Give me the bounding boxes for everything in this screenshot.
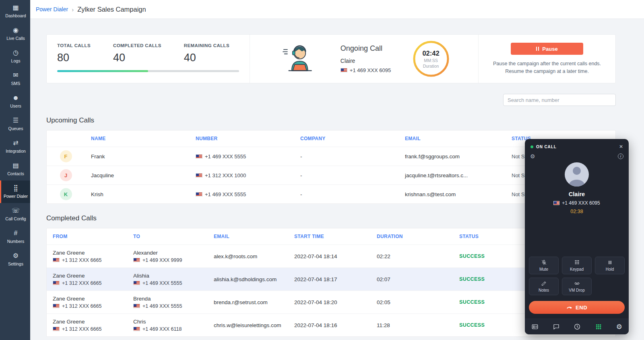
- sidebar-item-live-calls[interactable]: ◉ Live Calls: [0, 23, 30, 45]
- to-number: +1 469 XXX 5555: [142, 303, 182, 309]
- header-name: NAME: [85, 136, 190, 141]
- history-clock-icon[interactable]: [574, 323, 581, 330]
- users-icon: ☻: [12, 95, 19, 101]
- settings-icon: ⚙: [13, 253, 19, 259]
- vm-drop-label: VM Drop: [569, 288, 584, 292]
- sidebar-item-integration[interactable]: ⇄ Integration: [0, 135, 30, 158]
- dashboard-icon: ▦: [12, 4, 19, 11]
- header-number: NUMBER: [190, 136, 294, 141]
- sidebar-item-label: Settings: [8, 261, 23, 266]
- page-title: Zylker Sales Campaign: [77, 6, 146, 13]
- upcoming-calls-title: Upcoming Calls: [46, 116, 616, 124]
- sidebar-item-label: Dashboard: [5, 13, 26, 18]
- stat-label: TOTAL CALLS: [57, 43, 91, 48]
- pause-button[interactable]: Pause: [511, 43, 583, 55]
- sidebar: ▦ Dashboard ◉ Live Calls ◷ Logs ✉ SMS ☻ …: [0, 0, 30, 340]
- notes-label: Notes: [539, 288, 549, 292]
- end-call-label: END: [576, 305, 587, 311]
- us-flag-icon: [53, 281, 60, 285]
- stat-value: 80: [57, 52, 91, 64]
- stat-value: 40: [113, 52, 161, 64]
- call-start-time: 2022-07-04 18:14: [288, 253, 371, 259]
- call-duration-ring: 02:42 MM:SS Duration: [413, 40, 450, 77]
- hold-label: Hold: [606, 267, 614, 272]
- stat-label: COMPLETED CALLS: [113, 43, 161, 48]
- apps-grid-icon[interactable]: [595, 323, 602, 330]
- hold-button[interactable]: Hold: [595, 257, 625, 274]
- vm-drop-button[interactable]: VM Drop: [562, 278, 592, 295]
- sidebar-item-label: Power Dialer: [4, 194, 28, 199]
- to-name: Alishia: [133, 273, 208, 279]
- sidebar-item-numbers[interactable]: # Numbers: [0, 226, 30, 248]
- sidebar-item-settings[interactable]: ⚙ Settings: [0, 248, 30, 271]
- sidebar-item-label: Logs: [11, 58, 21, 63]
- notes-button[interactable]: Notes: [529, 278, 559, 295]
- call-config-icon: ☏: [12, 207, 20, 214]
- header-email: EMAIL: [208, 234, 288, 239]
- logs-icon: ◷: [13, 50, 19, 56]
- queues-icon: ☰: [13, 117, 19, 124]
- hold-pause-icon: [607, 259, 613, 265]
- search-input[interactable]: [503, 94, 616, 106]
- breadcrumb-parent-link[interactable]: Power Dialer: [36, 6, 68, 12]
- caller-avatar: [565, 162, 589, 187]
- us-flag-icon: [196, 173, 202, 178]
- sidebar-item-queues[interactable]: ☰ Queues: [0, 113, 30, 135]
- contact-number: +1 312 XXX 1000: [205, 172, 246, 178]
- mic-off-icon: [541, 259, 547, 265]
- from-name: Zane Greene: [53, 273, 127, 279]
- chevron-right-icon: ›: [72, 6, 74, 13]
- header-duration: DURATION: [371, 234, 453, 239]
- agent-illustration: [279, 41, 319, 76]
- contact-name: Krish: [85, 191, 190, 197]
- ongoing-call-number: +1 469 XXX 6095: [350, 67, 391, 73]
- header-to: TO: [127, 234, 208, 239]
- numbers-icon: #: [14, 230, 18, 236]
- integration-icon: ⇄: [13, 140, 18, 146]
- from-number: +1 312 XXX 6665: [62, 257, 101, 263]
- pause-icon: [536, 47, 539, 51]
- keypad-label: Keypad: [570, 267, 584, 272]
- widget-gear-icon[interactable]: ⚙: [616, 323, 622, 330]
- ongoing-call-card: Ongoing Call Claire +1 469 XXX 6095: [250, 35, 479, 83]
- close-icon[interactable]: ✕: [619, 144, 623, 149]
- to-number: +1 469 XXX 9999: [142, 257, 182, 263]
- sidebar-item-users[interactable]: ☻ Users: [0, 90, 30, 113]
- sidebar-item-dashboard[interactable]: ▦ Dashboard: [0, 0, 30, 23]
- on-call-status-dot: [530, 145, 533, 148]
- contact-card-icon[interactable]: [531, 323, 539, 330]
- sidebar-item-power-dialer[interactable]: ⣿ Power Dialer: [0, 180, 30, 203]
- contact-email: jacquline.t@rtsrealtors.c...: [399, 172, 506, 178]
- sidebar-item-contacts[interactable]: ▤ Contacts: [0, 158, 30, 180]
- contact-name: Jacquline: [85, 172, 190, 178]
- us-flag-icon: [553, 201, 559, 205]
- sidebar-item-sms[interactable]: ✉ SMS: [0, 68, 30, 90]
- keypad-button[interactable]: Keypad: [562, 257, 592, 274]
- from-number: +1 312 XXX 6665: [62, 280, 101, 286]
- pause-campaign-card: Pause Pause the campaign after the curre…: [479, 35, 615, 83]
- sidebar-item-label: Integration: [6, 149, 26, 153]
- info-icon[interactable]: [618, 153, 623, 159]
- breadcrumb: Power Dialer › Zylker Sales Campaign: [30, 0, 644, 19]
- mute-label: Mute: [539, 267, 548, 272]
- voicemail-icon: [574, 280, 580, 286]
- call-widget: ON CALL ✕ ⚙ Claire +1 469 XXX 6095 02:38…: [525, 139, 629, 334]
- sidebar-item-label: Live Calls: [6, 36, 25, 41]
- sidebar-item-logs[interactable]: ◷ Logs: [0, 45, 30, 68]
- to-number: +1 469 XXX 5555: [142, 280, 182, 286]
- contacts-icon: ▤: [12, 162, 19, 169]
- call-duration: 11:28: [371, 322, 453, 328]
- call-email: alex.k@roots.com: [208, 253, 288, 259]
- us-flag-icon: [53, 258, 60, 262]
- on-call-status-label: ON CALL: [536, 145, 557, 149]
- widget-settings-icon[interactable]: ⚙: [530, 153, 535, 159]
- notes-pencil-icon: [541, 280, 547, 286]
- chat-icon[interactable]: [553, 323, 560, 330]
- ongoing-call-name: Claire: [341, 58, 391, 64]
- header-start-time: START TIME: [288, 234, 371, 239]
- sidebar-item-call-config[interactable]: ☏ Call Config: [0, 203, 30, 226]
- us-flag-icon: [133, 327, 140, 331]
- pause-button-label: Pause: [542, 46, 557, 52]
- end-call-button[interactable]: END: [529, 301, 625, 314]
- mute-button[interactable]: Mute: [529, 257, 559, 274]
